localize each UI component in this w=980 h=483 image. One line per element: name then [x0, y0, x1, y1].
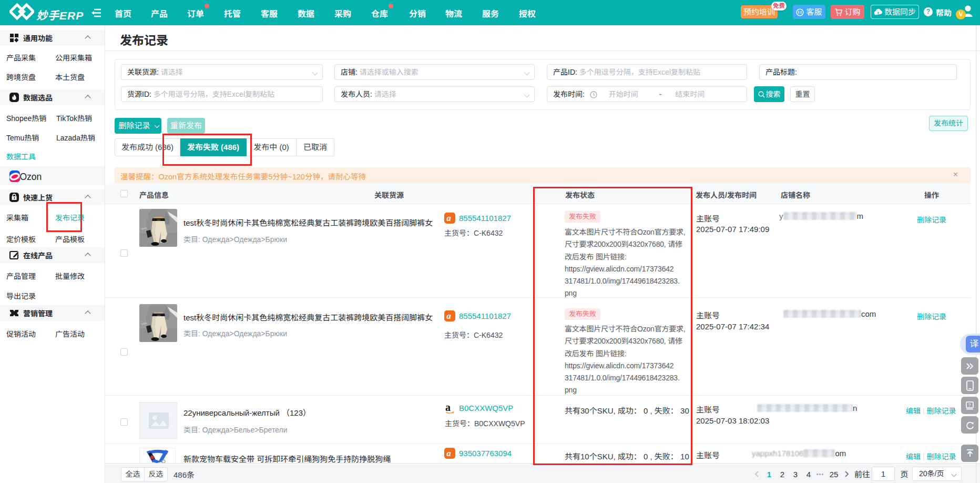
svg-text:?: ? [968, 402, 971, 408]
svg-text:a: a [446, 311, 451, 321]
svg-text:a: a [445, 402, 451, 413]
svg-text:a: a [446, 448, 451, 458]
svg-text:a: a [446, 213, 451, 223]
